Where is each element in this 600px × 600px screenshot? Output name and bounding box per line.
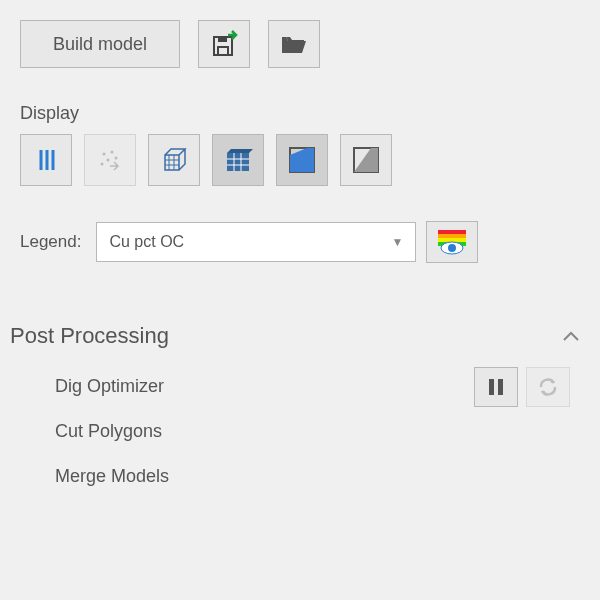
display-toolbar xyxy=(20,134,580,186)
display-wireframe-button[interactable] xyxy=(148,134,200,186)
svg-rect-23 xyxy=(438,234,466,238)
chevron-down-icon: ▼ xyxy=(392,235,404,249)
post-processing-title: Post Processing xyxy=(10,323,169,349)
solid-shape-icon xyxy=(287,145,317,175)
svg-rect-29 xyxy=(498,379,503,395)
lines-icon xyxy=(32,146,60,174)
cut-polygons-label: Cut Polygons xyxy=(55,421,162,442)
svg-rect-2 xyxy=(218,37,227,42)
svg-point-6 xyxy=(103,153,106,156)
svg-rect-22 xyxy=(438,230,466,234)
svg-point-7 xyxy=(111,151,114,154)
pause-icon xyxy=(487,377,505,397)
svg-point-27 xyxy=(448,244,456,252)
save-button[interactable] xyxy=(198,20,250,68)
build-model-label: Build model xyxy=(53,34,147,55)
legend-row: Legend: Cu pct OC ▼ xyxy=(20,221,580,263)
pause-button[interactable] xyxy=(474,367,518,407)
cut-polygons-row[interactable]: Cut Polygons xyxy=(0,409,600,454)
save-icon xyxy=(210,30,238,58)
legend-dropdown[interactable]: Cu pct OC ▼ xyxy=(96,222,416,262)
build-model-button[interactable]: Build model xyxy=(20,20,180,68)
svg-rect-24 xyxy=(438,238,466,242)
merge-models-label: Merge Models xyxy=(55,466,169,487)
display-solid-button[interactable] xyxy=(276,134,328,186)
display-label: Display xyxy=(20,103,580,124)
post-processing-header[interactable]: Post Processing xyxy=(0,323,600,349)
refresh-icon xyxy=(537,376,559,398)
legend-color-button[interactable] xyxy=(426,221,478,263)
display-points-button[interactable] xyxy=(84,134,136,186)
legend-label: Legend: xyxy=(20,232,81,252)
svg-rect-1 xyxy=(218,47,228,55)
svg-point-10 xyxy=(101,163,104,166)
svg-point-8 xyxy=(115,157,118,160)
points-icon xyxy=(96,146,124,174)
grid-icon xyxy=(223,145,253,175)
wireframe-cube-icon xyxy=(159,145,189,175)
outline-shape-icon xyxy=(351,145,381,175)
dig-optimizer-row[interactable]: Dig Optimizer xyxy=(0,364,600,409)
rainbow-eye-icon xyxy=(436,228,468,256)
svg-rect-28 xyxy=(489,379,494,395)
top-toolbar: Build model xyxy=(20,20,580,68)
merge-models-row[interactable]: Merge Models xyxy=(0,454,600,499)
display-grid-button[interactable] xyxy=(212,134,264,186)
folder-open-icon xyxy=(280,32,308,56)
open-button[interactable] xyxy=(268,20,320,68)
display-lines-button[interactable] xyxy=(20,134,72,186)
svg-rect-15 xyxy=(227,153,249,171)
legend-selected-value: Cu pct OC xyxy=(109,233,184,251)
refresh-button[interactable] xyxy=(526,367,570,407)
dig-optimizer-actions xyxy=(474,367,570,407)
svg-point-9 xyxy=(107,159,110,162)
chevron-up-icon xyxy=(562,330,580,342)
display-outline-button[interactable] xyxy=(340,134,392,186)
dig-optimizer-label: Dig Optimizer xyxy=(55,376,164,397)
